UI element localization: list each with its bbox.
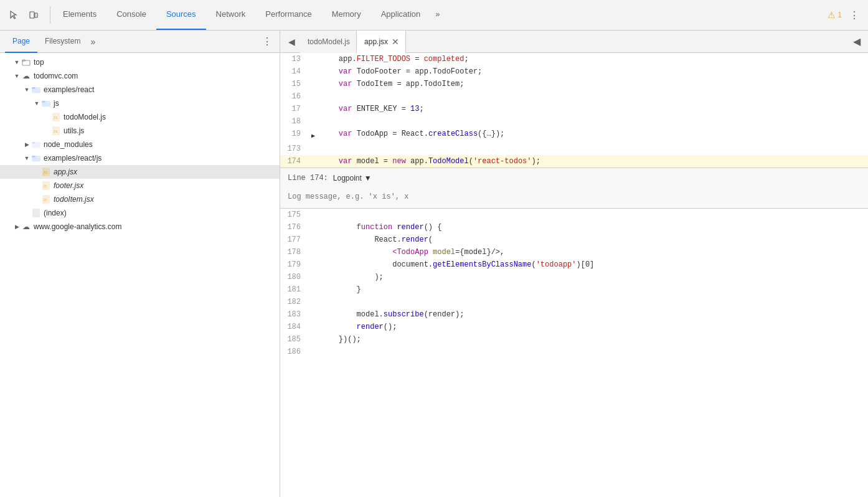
tab-sources[interactable]: Sources bbox=[156, 0, 206, 30]
code-tab-todomodel[interactable]: todoModel.js bbox=[300, 31, 357, 53]
code-line-183: 183 model.subscribe(render); bbox=[280, 308, 868, 321]
tree-item-examples-react-js-label: examples/react/js bbox=[44, 154, 101, 163]
line-code-183: model.subscribe(render); bbox=[318, 308, 868, 321]
line-arrow-181 bbox=[308, 283, 318, 286]
logpoint-line-label: Line 174: bbox=[288, 172, 328, 184]
tab-more[interactable]: » bbox=[430, 0, 445, 30]
line-arrow-182 bbox=[308, 296, 318, 298]
tree-arrow-todomvc bbox=[12, 72, 21, 80]
tab-memory[interactable]: Memory bbox=[322, 0, 371, 30]
globe-icon-google-analytics: ☁ bbox=[21, 222, 31, 232]
line-arrow-184 bbox=[308, 321, 318, 323]
logpoint-type-dropdown[interactable]: Logpoint ▼ bbox=[333, 174, 372, 182]
line-code-174: var model = new app.TodoModel('react-tod… bbox=[318, 155, 868, 168]
tree-item-index[interactable]: (index) bbox=[0, 206, 280, 220]
code-line-182: 182 bbox=[280, 296, 868, 308]
file-icon-utils: JS bbox=[51, 126, 61, 136]
warning-badge[interactable]: ⚠ 1 bbox=[828, 10, 842, 20]
line-num-182: 182 bbox=[280, 296, 308, 308]
logpoint-message-input[interactable] bbox=[288, 191, 861, 202]
toolbar-icon-group bbox=[5, 6, 50, 24]
code-line-13: 13 app.FILTER_TODOS = completed; bbox=[280, 53, 868, 65]
tree-item-examples-react-js[interactable]: examples/react/js bbox=[0, 151, 280, 165]
tab-nav-back[interactable]: ◀ bbox=[283, 33, 300, 50]
globe-icon-todomvc: ☁ bbox=[21, 71, 31, 81]
code-tab-todomodel-label: todoModel.js bbox=[308, 37, 350, 46]
tree-arrow-js bbox=[32, 99, 41, 108]
file-icon-app-jsx: JS bbox=[41, 167, 51, 177]
line-arrow-178 bbox=[308, 246, 318, 249]
tab-elements[interactable]: Elements bbox=[53, 0, 106, 30]
line-arrow-13 bbox=[308, 53, 318, 55]
tree-item-todomodel[interactable]: JS todoModel.js bbox=[0, 110, 280, 124]
tree-item-todoitem-jsx[interactable]: JS todoItem.jsx bbox=[0, 192, 280, 206]
tree-item-todomvc[interactable]: ☁ todomvc.com bbox=[0, 69, 280, 83]
logpoint-input-row bbox=[280, 188, 868, 208]
line-arrow-14 bbox=[308, 65, 318, 68]
code-line-178: 178 <TodoApp model={model}/>, bbox=[280, 246, 868, 258]
code-line-16: 16 bbox=[280, 90, 868, 103]
tree-item-top[interactable]: top bbox=[0, 55, 280, 69]
tree-item-js-label: js bbox=[54, 99, 59, 108]
sidebar-tab-filesystem[interactable]: Filesystem bbox=[37, 31, 88, 53]
tree-item-utils-label: utils.js bbox=[64, 126, 84, 135]
line-code-179: document.getElementsByClassName('todoapp… bbox=[318, 258, 868, 271]
tree-item-node-modules[interactable]: node_modules bbox=[0, 138, 280, 151]
line-num-183: 183 bbox=[280, 308, 308, 321]
line-arrow-18 bbox=[308, 115, 318, 118]
code-line-179: 179 document.getElementsByClassName('tod… bbox=[280, 258, 868, 271]
line-arrow-17 bbox=[308, 103, 318, 105]
code-tab-app-jsx[interactable]: app.jsx ✕ bbox=[357, 31, 406, 53]
tab-performance[interactable]: Performance bbox=[255, 0, 321, 30]
tree-item-examples-react[interactable]: examples/react bbox=[0, 83, 280, 97]
line-arrow-179 bbox=[308, 258, 318, 261]
line-num-178: 178 bbox=[280, 246, 308, 258]
line-arrow-16 bbox=[308, 90, 318, 93]
code-line-17: 17 var ENTER_KEY = 13; bbox=[280, 103, 868, 115]
line-arrow-175 bbox=[308, 209, 318, 211]
tree-item-google-analytics[interactable]: ☁ www.google-analytics.com bbox=[0, 220, 280, 234]
tree-item-app-jsx[interactable]: JS app.jsx bbox=[0, 165, 280, 179]
folder-icon-node-modules bbox=[31, 140, 41, 149]
line-arrow-15 bbox=[308, 78, 318, 80]
svg-text:JS: JS bbox=[43, 184, 47, 188]
tab-application-label: Application bbox=[381, 9, 421, 19]
collapse-panel-button[interactable]: ◀ bbox=[848, 33, 866, 50]
code-editor[interactable]: 13 app.FILTER_TODOS = completed; 14 var … bbox=[280, 53, 868, 497]
tree-item-utils[interactable]: JS utils.js bbox=[0, 124, 280, 138]
tree-arrow-examples-react bbox=[22, 85, 31, 94]
line-arrow-19[interactable]: ▶ bbox=[308, 128, 318, 143]
sidebar-menu-button[interactable]: ⋮ bbox=[260, 34, 275, 49]
line-num-180: 180 bbox=[280, 271, 308, 283]
code-tab-close-button[interactable]: ✕ bbox=[392, 37, 399, 46]
cursor-icon[interactable] bbox=[5, 6, 22, 24]
code-line-173: 173 bbox=[280, 143, 868, 155]
warning-triangle-icon: ⚠ bbox=[828, 10, 836, 20]
line-num-184: 184 bbox=[280, 321, 308, 333]
code-line-15: 15 var TodoItem = app.TodoItem; bbox=[280, 78, 868, 90]
line-code-178: <TodoApp model={model}/>, bbox=[318, 246, 868, 258]
line-num-185: 185 bbox=[280, 333, 308, 346]
sidebar: Page Filesystem » ⋮ bbox=[0, 31, 280, 497]
code-tab-app-jsx-label: app.jsx bbox=[364, 37, 388, 46]
sidebar-tab-page[interactable]: Page bbox=[5, 31, 37, 53]
tree-item-todomvc-label: todomvc.com bbox=[34, 72, 78, 80]
tab-application[interactable]: Application bbox=[371, 0, 431, 30]
line-num-18: 18 bbox=[280, 115, 308, 128]
sidebar-more-tabs[interactable]: » bbox=[90, 37, 95, 47]
warning-count: 1 bbox=[837, 11, 842, 19]
line-arrow-183 bbox=[308, 308, 318, 311]
collapse-icon: ◀ bbox=[853, 36, 861, 47]
tab-network[interactable]: Network bbox=[206, 0, 256, 30]
more-tools-button[interactable]: ⋮ bbox=[846, 6, 863, 24]
line-code-19: var TodoApp = React.createClass({…}); bbox=[318, 128, 868, 140]
tree-item-footer-jsx-label: footer.jsx bbox=[54, 181, 83, 190]
tree-leaf-todoitem-jsx bbox=[32, 195, 41, 204]
code-line-175: 175 bbox=[280, 209, 868, 221]
tab-console[interactable]: Console bbox=[106, 0, 156, 30]
tree-item-js[interactable]: js bbox=[0, 97, 280, 110]
folder-icon-js bbox=[41, 98, 51, 108]
device-toggle-icon[interactable] bbox=[25, 6, 42, 24]
code-line-184: 184 render(); bbox=[280, 321, 868, 333]
tree-item-footer-jsx[interactable]: JS footer.jsx bbox=[0, 179, 280, 192]
